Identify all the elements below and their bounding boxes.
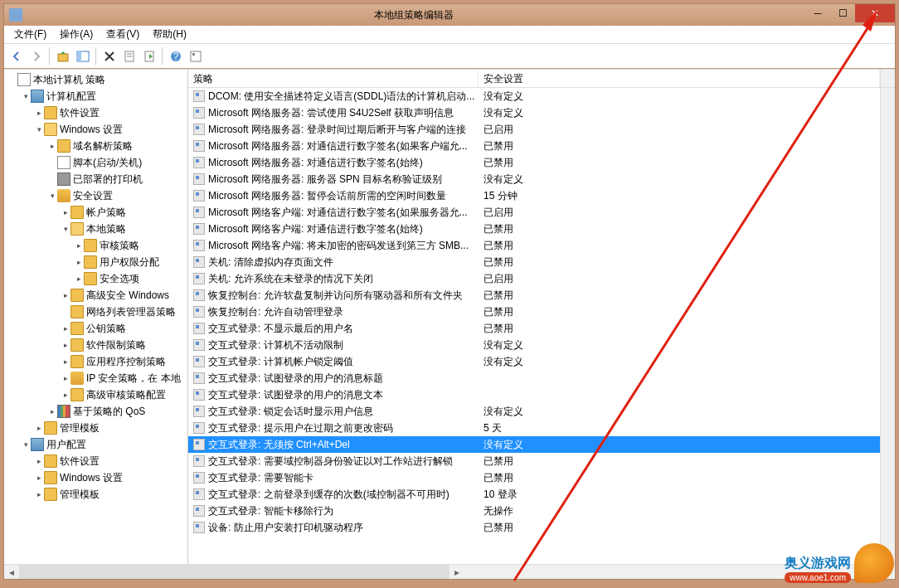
- tree-item[interactable]: ▸本地计算机 策略: [4, 71, 187, 88]
- tree-item[interactable]: ▸脚本(启动/关机): [4, 154, 187, 171]
- policy-row[interactable]: Microsoft 网络服务器: 暂停会话前所需的空闲时间数量15 分钟: [188, 187, 880, 204]
- maximize-button[interactable]: ☐: [830, 4, 855, 22]
- policy-row[interactable]: 关机: 清除虚拟内存页面文件已禁用: [188, 254, 880, 270]
- hscroll-track-left[interactable]: [19, 565, 450, 579]
- expand-arrow-icon[interactable]: ▸: [47, 142, 57, 150]
- policy-row[interactable]: 交互式登录: 智能卡移除行为无操作: [188, 503, 880, 519]
- tree-item[interactable]: ▸安全选项: [4, 270, 187, 287]
- menu-action[interactable]: 操作(A): [53, 26, 100, 43]
- expand-arrow-icon[interactable]: ▸: [61, 391, 70, 399]
- expand-arrow-icon[interactable]: ▸: [34, 474, 44, 482]
- minimize-button[interactable]: ─: [805, 4, 830, 22]
- tree-item[interactable]: ▾用户配置: [4, 436, 187, 453]
- policy-row[interactable]: 关机: 允许系统在未登录的情况下关闭已启用: [188, 270, 880, 287]
- tree-item[interactable]: ▸域名解析策略: [4, 138, 187, 154]
- tree-item[interactable]: ▸高级审核策略配置: [4, 386, 187, 403]
- properties-button[interactable]: [120, 47, 138, 66]
- forward-button[interactable]: [27, 47, 46, 66]
- expand-arrow-icon[interactable]: ▾: [34, 125, 44, 134]
- tree-item[interactable]: ▸软件设置: [4, 104, 187, 121]
- policy-row[interactable]: 交互式登录: 试图登录的用户的消息文本: [188, 386, 880, 403]
- show-hide-tree-button[interactable]: [74, 47, 92, 66]
- help-button[interactable]: ?: [167, 47, 185, 66]
- policy-row[interactable]: Microsoft 网络服务器: 对通信进行数字签名(始终)已禁用: [188, 154, 880, 171]
- policy-row[interactable]: Microsoft 网络服务器: 登录时间过期后断开与客户端的连接已启用: [188, 121, 880, 138]
- expand-arrow-icon[interactable]: ▾: [21, 440, 31, 449]
- policy-row[interactable]: 交互式登录: 计算机不活动限制没有定义: [188, 337, 880, 353]
- tree-item[interactable]: ▸公钥策略: [4, 320, 187, 337]
- list-body[interactable]: DCOM: 使用安全描述符定义语言(SDDL)语法的计算机启动...没有定义Mi…: [188, 88, 880, 564]
- policy-row[interactable]: 恢复控制台: 允许自动管理登录已禁用: [188, 304, 880, 320]
- policy-row[interactable]: 交互式登录: 锁定会话时显示用户信息没有定义: [188, 403, 880, 420]
- vertical-scrollbar[interactable]: [880, 88, 895, 564]
- tree-item[interactable]: ▾本地策略: [4, 221, 187, 237]
- policy-row[interactable]: 交互式登录: 需要域控制器身份验证以对工作站进行解锁已禁用: [188, 453, 880, 469]
- tree-item[interactable]: ▸管理模板: [4, 486, 187, 503]
- expand-arrow-icon[interactable]: ▸: [61, 357, 70, 366]
- tree-item[interactable]: ▸软件限制策略: [4, 337, 187, 353]
- expand-arrow-icon[interactable]: ▸: [74, 241, 84, 250]
- tree-item[interactable]: ▸Windows 设置: [4, 469, 187, 486]
- tree-item[interactable]: ▸管理模板: [4, 420, 187, 436]
- tree-item[interactable]: ▸基于策略的 QoS: [4, 403, 187, 420]
- policy-row[interactable]: DCOM: 使用安全描述符定义语言(SDDL)语法的计算机启动...没有定义: [188, 88, 880, 104]
- expand-arrow-icon[interactable]: ▸: [34, 424, 44, 432]
- policy-row[interactable]: 恢复控制台: 允许软盘复制并访问所有驱动器和所有文件夹已禁用: [188, 287, 880, 304]
- menu-view[interactable]: 查看(V): [100, 26, 146, 43]
- policy-row[interactable]: Microsoft 网络服务器: 对通信进行数字签名(如果客户端允...已禁用: [188, 138, 880, 154]
- tree-item[interactable]: ▾计算机配置: [4, 88, 187, 104]
- policy-row[interactable]: Microsoft 网络服务器: 尝试使用 S4U2Self 获取声明信息没有定…: [188, 104, 880, 121]
- expand-arrow-icon[interactable]: ▸: [47, 407, 57, 415]
- policy-row[interactable]: 交互式登录: 提示用户在过期之前更改密码5 天: [188, 420, 880, 436]
- tree-item[interactable]: ▸IP 安全策略，在 本地: [4, 370, 187, 386]
- tree-item[interactable]: ▸网络列表管理器策略: [4, 304, 187, 320]
- policy-row[interactable]: Microsoft 网络客户端: 对通信进行数字签名(如果服务器允...已启用: [188, 204, 880, 221]
- back-button[interactable]: [7, 47, 26, 66]
- expand-arrow-icon[interactable]: ▸: [34, 457, 44, 465]
- expand-arrow-icon[interactable]: ▾: [21, 92, 31, 100]
- policy-row[interactable]: Microsoft 网络客户端: 将未加密的密码发送到第三方 SMB...已禁用: [188, 237, 880, 254]
- up-button[interactable]: [54, 47, 72, 66]
- tree-item[interactable]: ▾安全设置: [4, 187, 187, 204]
- hscroll-left[interactable]: ◂: [4, 565, 19, 579]
- tree-item[interactable]: ▾Windows 设置: [4, 121, 187, 138]
- tree-item[interactable]: ▸已部署的打印机: [4, 171, 187, 187]
- column-security-setting[interactable]: 安全设置: [479, 70, 880, 87]
- policy-row[interactable]: Microsoft 网络服务器: 服务器 SPN 目标名称验证级别没有定义: [188, 171, 880, 187]
- policy-row[interactable]: 交互式登录: 之前登录到缓存的次数(域控制器不可用时)10 登录: [188, 486, 880, 503]
- policy-row[interactable]: 交互式登录: 计算机帐户锁定阈值没有定义: [188, 353, 880, 370]
- column-policy[interactable]: 策略: [188, 70, 479, 87]
- tree-item[interactable]: ▸帐户策略: [4, 204, 187, 221]
- close-button[interactable]: ✕: [855, 4, 895, 22]
- policy-row[interactable]: Microsoft 网络客户端: 对通信进行数字签名(始终)已禁用: [188, 221, 880, 237]
- policy-row[interactable]: 交互式登录: 不显示最后的用户名已禁用: [188, 320, 880, 337]
- policy-row[interactable]: 交互式登录: 需要智能卡已禁用: [188, 469, 880, 486]
- expand-arrow-icon[interactable]: ▸: [34, 490, 44, 498]
- policy-row[interactable]: 设备: 防止用户安装打印机驱动程序已禁用: [188, 519, 880, 536]
- policy-row[interactable]: 交互式登录: 无须按 Ctrl+Alt+Del没有定义: [188, 436, 880, 453]
- tree-pane[interactable]: ▸本地计算机 策略▾计算机配置▸软件设置▾Windows 设置▸域名解析策略▸脚…: [4, 70, 188, 564]
- expand-arrow-icon[interactable]: ▸: [61, 341, 70, 349]
- tree-item[interactable]: ▸审核策略: [4, 237, 187, 254]
- expand-arrow-icon[interactable]: ▾: [61, 225, 70, 233]
- expand-arrow-icon[interactable]: ▸: [61, 208, 70, 216]
- expand-arrow-icon[interactable]: ▸: [61, 291, 70, 299]
- expand-arrow-icon[interactable]: ▸: [34, 109, 44, 117]
- expand-arrow-icon[interactable]: ▸: [61, 374, 70, 382]
- policy-name: 恢复控制台: 允许软盘复制并访问所有驱动器和所有文件夹: [208, 289, 463, 303]
- menu-file[interactable]: 文件(F): [7, 26, 53, 43]
- expand-arrow-icon[interactable]: ▾: [47, 192, 57, 200]
- expand-arrow-icon[interactable]: ▸: [74, 258, 84, 266]
- delete-button[interactable]: [100, 47, 119, 66]
- export-button[interactable]: [140, 47, 158, 66]
- policy-row[interactable]: 交互式登录: 试图登录的用户的消息标题: [188, 370, 880, 386]
- hscroll-right[interactable]: ▸: [450, 565, 464, 579]
- tree-item[interactable]: ▸用户权限分配: [4, 254, 187, 270]
- expand-arrow-icon[interactable]: ▸: [61, 324, 70, 333]
- menu-help[interactable]: 帮助(H): [146, 26, 193, 43]
- expand-arrow-icon[interactable]: ▸: [74, 275, 84, 283]
- tree-item[interactable]: ▸高级安全 Windows: [4, 287, 187, 304]
- tree-item[interactable]: ▸应用程序控制策略: [4, 353, 187, 370]
- refresh-button[interactable]: [187, 47, 205, 66]
- tree-item[interactable]: ▸软件设置: [4, 453, 187, 469]
